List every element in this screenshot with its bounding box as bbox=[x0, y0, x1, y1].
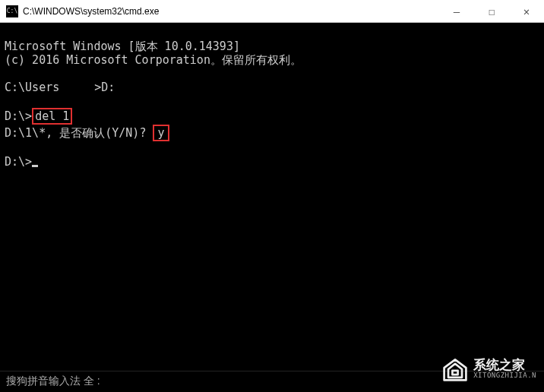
ime-text: 搜狗拼音输入法 全 : bbox=[6, 375, 100, 387]
watermark-text: 系统之家 XITONGZHIJIA.N bbox=[473, 359, 536, 381]
terminal-line: (c) 2016 Microsoft Corporation。保留所有权利。 bbox=[5, 53, 302, 67]
prompt-c-suffix: >D: bbox=[94, 81, 115, 94]
watermark-main: 系统之家 bbox=[473, 359, 536, 373]
redacted-username bbox=[59, 83, 94, 93]
house-icon bbox=[441, 356, 469, 383]
terminal-output[interactable]: Microsoft Windows [版本 10.0.14393] (c) 20… bbox=[0, 23, 544, 371]
watermark-sub: XITONGZHIJIA.N bbox=[473, 372, 536, 380]
confirm-prompt: D:\1\*, 是否确认(Y/N)? bbox=[5, 126, 146, 140]
titlebar-controls: — ☐ ✕ bbox=[439, 0, 544, 22]
window-titlebar: C:\ C:\WINDOWS\system32\cmd.exe — ☐ ✕ bbox=[0, 0, 544, 23]
prompt-d: D:\> bbox=[5, 109, 32, 123]
prompt-c-users: C:\Users bbox=[5, 81, 59, 94]
highlighted-input-y: y bbox=[153, 125, 169, 141]
terminal-cursor bbox=[32, 165, 38, 167]
maximize-button[interactable]: ☐ bbox=[474, 0, 509, 22]
window-title: C:\WINDOWS\system32\cmd.exe bbox=[23, 6, 439, 17]
cmd-icon: C:\ bbox=[6, 5, 18, 17]
minimize-button[interactable]: — bbox=[439, 0, 474, 22]
highlighted-command-del: del 1 bbox=[32, 108, 72, 125]
watermark: 系统之家 XITONGZHIJIA.N bbox=[441, 356, 536, 383]
prompt-d-final: D:\> bbox=[5, 155, 32, 169]
terminal-line: Microsoft Windows [版本 10.0.14393] bbox=[5, 40, 240, 53]
close-button[interactable]: ✕ bbox=[509, 0, 544, 22]
